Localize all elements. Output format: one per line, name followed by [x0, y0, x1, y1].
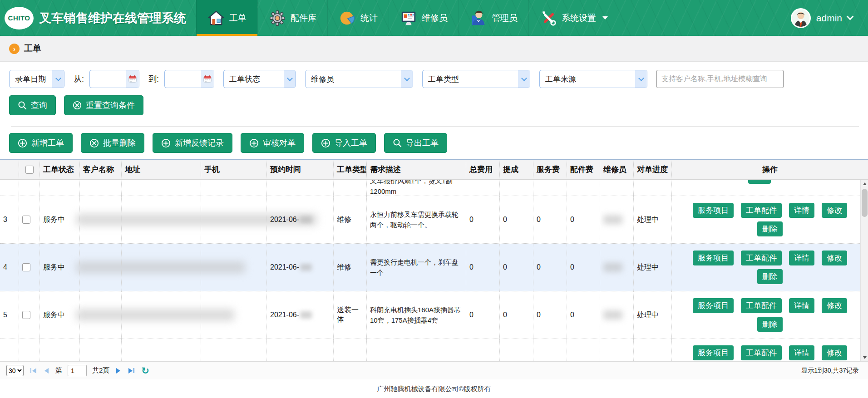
column-header: 预约时间 [267, 160, 334, 179]
nav-item-stats[interactable]: 统计 [327, 0, 389, 36]
customer-cell [80, 196, 122, 243]
app-title: 叉车销售维护在线管理系统 [39, 10, 186, 26]
breadcrumb: › 工单 [0, 36, 868, 62]
service-items-button[interactable]: 服务项目 [693, 345, 734, 360]
nav-item-repairman[interactable]: 维修员 [389, 0, 459, 36]
add-workorder-button[interactable]: 新增工单 [9, 133, 73, 153]
delete-button[interactable]: 删除 [757, 317, 783, 332]
table-header: 工单状态 客户名称 地址 手机 预约时间 工单类型 需求描述 总费用 提成 服务… [0, 159, 868, 180]
edit-button[interactable]: 修改 [822, 345, 847, 360]
vertical-scrollbar[interactable] [860, 180, 868, 361]
address-cell [122, 196, 201, 243]
phone-cell [201, 244, 267, 291]
calendar-icon[interactable] [201, 70, 214, 88]
parts-fee-cell: 0 [567, 244, 600, 291]
column-header: 操作 [672, 160, 868, 179]
page-number-input[interactable] [68, 365, 87, 376]
date-from-input[interactable] [89, 70, 139, 88]
audit-order-button[interactable]: 审核对单 [241, 133, 304, 153]
repairman-select[interactable]: 维修员 [305, 70, 413, 88]
nav-item-admin[interactable]: 管理员 [459, 0, 528, 36]
date-to-input[interactable] [164, 70, 214, 88]
import-workorder-button[interactable]: 导入工单 [312, 133, 376, 153]
export-workorder-button[interactable]: 导出工单 [384, 133, 447, 153]
detail-button[interactable]: 详情 [789, 203, 814, 218]
order-parts-button[interactable]: 工单配件 [741, 203, 782, 218]
batch-delete-button[interactable]: 批量删除 [81, 133, 144, 153]
detail-button[interactable]: 详情 [789, 345, 814, 360]
scroll-down-button[interactable] [861, 354, 868, 361]
nav-item-workorder[interactable]: 工单 [196, 0, 257, 36]
total-fee-cell: 0 [466, 244, 500, 291]
scrollbar-thumb[interactable] [862, 189, 868, 217]
reset-filters-button[interactable]: 重置查询条件 [64, 95, 143, 115]
last-page-button[interactable] [127, 368, 136, 373]
chevron-down-icon [518, 70, 530, 88]
next-page-button[interactable] [115, 368, 122, 373]
repairman-cell [600, 291, 634, 339]
calendar-icon[interactable] [126, 70, 139, 88]
order-parts-button[interactable]: 工单配件 [741, 251, 782, 265]
pagination-bar: 30 第 共2页 ↻ 显示1到30,共37记录 [0, 361, 868, 379]
edit-button[interactable]: 修改 [822, 203, 847, 218]
delete-button-fragment[interactable] [748, 180, 771, 184]
nav-item-settings[interactable]: 系统设置 [528, 0, 619, 36]
scroll-up-button[interactable] [861, 180, 868, 187]
row-checkbox[interactable] [22, 216, 30, 224]
user-menu[interactable]: admin [791, 0, 868, 36]
delete-button[interactable]: 删除 [757, 221, 783, 236]
record-summary: 显示1到30,共37记录 [801, 367, 862, 375]
nav-item-parts[interactable]: 配件库 [257, 0, 327, 36]
search-button[interactable]: 查询 [9, 95, 56, 115]
row-checkbox[interactable] [22, 311, 30, 319]
first-page-button[interactable] [29, 368, 38, 373]
service-items-button[interactable]: 服务项目 [693, 298, 734, 313]
index-column-header [0, 160, 19, 179]
column-header: 客户名称 [80, 160, 122, 179]
order-type-cell: 维修 [334, 196, 367, 243]
tools-icon [540, 10, 557, 27]
edit-button[interactable]: 修改 [822, 298, 847, 313]
filter-row: 录单日期 从: 到: 工单状态 维修员 工单类型 工单来源 [9, 70, 861, 88]
appointment-cell: 2021-06- [267, 244, 334, 291]
home-icon [207, 10, 225, 27]
add-feedback-button[interactable]: 新增反馈记录 [153, 133, 232, 153]
order-type-select[interactable]: 工单类型 [422, 70, 530, 88]
detail-button[interactable]: 详情 [789, 251, 814, 265]
detail-button[interactable]: 详情 [789, 298, 814, 313]
chevron-down-icon [284, 70, 296, 88]
commission-cell: 0 [500, 244, 533, 291]
select-all-checkbox[interactable] [25, 166, 34, 174]
table-body: 叉车报价风扇1个，货叉1副1200mm 3 服务中 2021-06- 维修 永恒… [0, 180, 868, 361]
customer-cell [80, 244, 122, 291]
date-type-select[interactable]: 录单日期 [9, 70, 64, 88]
column-header: 总费用 [466, 160, 500, 179]
commission-cell: 0 [500, 196, 533, 243]
column-header: 维修员 [600, 160, 634, 179]
delete-button[interactable]: 删除 [757, 269, 783, 284]
row-actions-cell: 服务项目 工单配件 详情 修改 删除 [672, 196, 868, 243]
prev-page-button[interactable] [43, 368, 50, 373]
column-header: 提成 [500, 160, 533, 179]
status-select[interactable]: 工单状态 [223, 70, 296, 88]
parts-fee-cell: 0 [567, 196, 600, 243]
user-avatar [791, 8, 811, 28]
order-parts-button[interactable]: 工单配件 [741, 298, 782, 313]
service-items-button[interactable]: 服务项目 [693, 203, 734, 218]
row-checkbox[interactable] [22, 263, 30, 271]
order-parts-button[interactable]: 工单配件 [741, 345, 782, 360]
keyword-search-input[interactable] [656, 70, 784, 88]
service-items-button[interactable]: 服务项目 [693, 251, 734, 265]
redacted-repairman [603, 310, 622, 319]
refresh-icon[interactable]: ↻ [141, 366, 149, 375]
total-fee-cell: 0 [466, 196, 500, 243]
page-word: 第 [55, 366, 62, 375]
brand: CHITO 叉车销售维护在线管理系统 [0, 0, 196, 36]
progress-cell: 处理中 [634, 244, 672, 291]
page-size-select[interactable]: 30 [6, 365, 24, 376]
to-label: 到: [148, 74, 159, 84]
x-circle-icon [89, 138, 99, 148]
edit-button[interactable]: 修改 [822, 251, 847, 265]
order-source-select[interactable]: 工单来源 [539, 70, 647, 88]
redacted-date [300, 264, 312, 271]
